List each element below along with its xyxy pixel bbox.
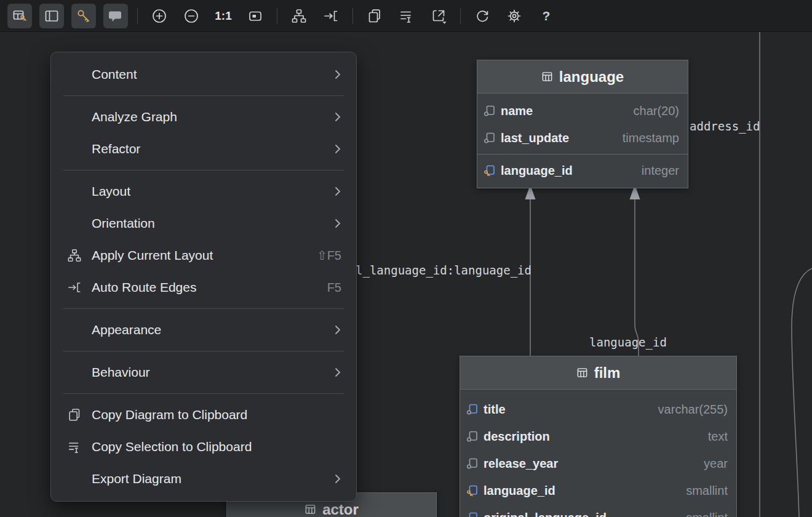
copy-icon	[67, 407, 92, 422]
table-icon	[576, 367, 588, 379]
menu-item-appearance[interactable]: Appearance	[51, 314, 356, 346]
key-column-icon	[484, 165, 495, 177]
key-column-icon	[466, 512, 478, 517]
table-language-columns: name char(20) last_update timestamp lang…	[477, 94, 688, 188]
zoom-out-icon	[183, 8, 199, 24]
export-diagram-button[interactable]	[425, 2, 452, 30]
show-comments-toggle[interactable]	[103, 4, 128, 28]
zoom-reset-button[interactable]: 1:1	[210, 2, 237, 30]
auto-route-edges-button[interactable]	[317, 2, 344, 30]
settings-button[interactable]	[501, 2, 528, 30]
menu-item-orientation[interactable]: Orientation	[51, 207, 356, 239]
submenu-chevron-icon	[334, 143, 341, 155]
key-section-divider	[477, 154, 688, 154]
toolbar-separator	[277, 8, 277, 24]
apply-layout-icon	[67, 248, 92, 263]
menu-item-label: Copy Diagram to Clipboard	[92, 407, 341, 422]
table-icon	[304, 503, 316, 515]
menu-separator	[63, 95, 344, 96]
show-key-columns-toggle[interactable]	[71, 4, 96, 28]
zoom-in-button[interactable]	[146, 2, 173, 30]
actual-size-button[interactable]	[242, 2, 269, 30]
actual-size-icon	[247, 8, 263, 24]
menu-item-label: Layout	[92, 184, 334, 199]
column-icon	[466, 404, 478, 415]
menu-item-auto-route-edges[interactable]: Auto Route Edges F5	[51, 271, 356, 303]
menu-item-content[interactable]: Content	[51, 58, 356, 90]
table-row[interactable]: title varchar(255)	[460, 396, 736, 423]
column-type: integer	[642, 164, 679, 178]
zoom-in-icon	[151, 8, 167, 24]
auto-route-icon	[67, 280, 92, 295]
refresh-button[interactable]	[469, 2, 496, 30]
menu-item-export-diagram[interactable]: Export Diagram	[51, 463, 356, 495]
show-columns-panel-toggle[interactable]	[39, 4, 64, 28]
toolbar-separator	[352, 8, 353, 24]
diagram-toolbar: 1:1 ?	[0, 0, 812, 32]
table-row[interactable]: name char(20)	[477, 97, 688, 124]
zoom-out-button[interactable]	[178, 2, 205, 30]
menu-item-refactor[interactable]: Refactor	[51, 133, 356, 165]
column-type: smallint	[686, 484, 728, 498]
copy-diagram-button[interactable]	[361, 2, 388, 30]
column-name: language_id	[484, 484, 555, 498]
column-icon	[466, 431, 478, 443]
help-label: ?	[543, 9, 551, 23]
column-name: description	[484, 430, 550, 444]
table-name: actor	[322, 501, 359, 517]
show-table-keys-toggle[interactable]	[7, 4, 32, 28]
column-name: release_year	[484, 457, 558, 471]
column-type: year	[704, 457, 728, 471]
column-icon	[466, 458, 478, 470]
submenu-chevron-icon	[334, 217, 341, 230]
table-row[interactable]: original_language_id smallint	[460, 504, 736, 517]
menu-separator	[63, 351, 344, 351]
zoom-level-label: 1:1	[215, 9, 231, 23]
menu-item-label: Export Diagram	[92, 471, 334, 486]
menu-item-label: Behaviour	[92, 365, 334, 380]
table-row[interactable]: language_id smallint	[460, 477, 736, 504]
submenu-chevron-icon	[334, 366, 341, 379]
apply-layout-icon	[291, 8, 307, 24]
comment-icon	[108, 8, 124, 24]
table-icon	[541, 71, 553, 82]
menu-item-label: Appearance	[92, 323, 334, 337]
table-language[interactable]: language name char(20) last_update times…	[477, 60, 688, 188]
table-row[interactable]: release_year year	[460, 450, 736, 477]
menu-separator	[63, 393, 344, 394]
column-icon	[484, 105, 495, 117]
table-row[interactable]: description text	[460, 423, 736, 450]
table-row[interactable]: last_update timestamp	[477, 124, 688, 151]
copy-selection-icon	[399, 8, 415, 24]
columns-panel-icon	[44, 8, 60, 24]
copy-selection-button[interactable]	[393, 2, 420, 30]
auto-route-icon	[323, 8, 339, 24]
column-type: text	[708, 430, 728, 444]
menu-item-apply-current-layout[interactable]: Apply Current Layout ⇧F5	[51, 239, 356, 271]
column-type: smallint	[686, 511, 728, 517]
menu-item-copy-diagram-to-clipboard[interactable]: Copy Diagram to Clipboard	[51, 399, 356, 431]
refresh-icon	[474, 8, 490, 24]
menu-item-behaviour[interactable]: Behaviour	[51, 356, 356, 388]
apply-layout-button[interactable]	[285, 2, 312, 30]
column-type: char(20)	[634, 104, 679, 118]
toolbar-separator	[137, 8, 138, 24]
table-language-header[interactable]: language	[477, 60, 688, 94]
table-row[interactable]: language_id integer	[477, 157, 688, 184]
copy-selection-icon	[67, 439, 92, 454]
menu-item-analyze-graph[interactable]: Analyze Graph	[51, 101, 356, 133]
column-name: original_language_id	[484, 511, 607, 517]
table-film-header[interactable]: film	[460, 356, 736, 390]
menu-item-layout[interactable]: Layout	[51, 175, 356, 207]
submenu-chevron-icon	[334, 324, 341, 336]
help-button[interactable]: ?	[533, 2, 560, 30]
edge-label-language-fk: l_language_id:language_id	[356, 263, 531, 277]
submenu-chevron-icon	[334, 111, 341, 123]
copy-icon	[367, 8, 383, 24]
menu-item-copy-selection-to-clipboard[interactable]: Copy Selection to Clipboard	[51, 431, 356, 463]
edge-label-address-id: address_id	[690, 119, 760, 133]
menu-separator	[63, 308, 344, 309]
submenu-chevron-icon	[334, 185, 341, 198]
menu-item-label: Orientation	[92, 216, 334, 231]
table-film[interactable]: film title varchar(255) description text…	[460, 356, 737, 517]
